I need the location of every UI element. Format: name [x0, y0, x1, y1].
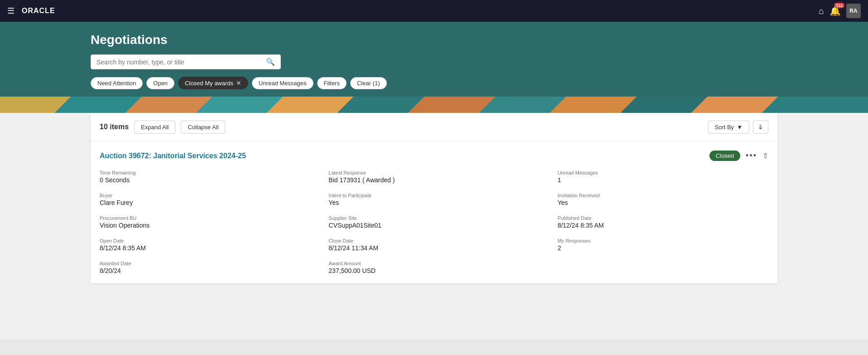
auction-title-link[interactable]: Auction 39672: Janitorial Services 2024-… [100, 152, 246, 160]
auction-actions: Closed ••• ⇧ [709, 151, 768, 161]
home-icon[interactable]: ⌂ [819, 6, 824, 16]
procurement-bu-value: Vision Operations [100, 222, 310, 229]
time-remaining-field: Time Remaining 0 Seconds [100, 170, 310, 184]
notification-count-badge: 212 [834, 3, 844, 8]
download-icon: ⇓ [758, 123, 763, 131]
search-icon[interactable]: 🔍 [266, 58, 275, 66]
supplier-site-value: CVSuppA01Site01 [328, 222, 539, 229]
main-content: 10 items Expand All Collapse All Sort By… [0, 113, 868, 340]
notification-bell-icon[interactable]: 🔔 212 [829, 5, 841, 16]
sort-chevron-icon: ▼ [737, 124, 743, 131]
open-date-label: Open Date [100, 238, 310, 243]
published-date-label: Published Date [558, 215, 768, 221]
my-responses-label: My Responses [558, 238, 768, 243]
my-responses-col3: My Responses 2 [558, 238, 768, 252]
content-header-right: Sort By ▼ ⇓ [708, 120, 769, 134]
supplier-site-col2: Supplier Site CVSuppA01Site01 [328, 215, 539, 229]
unread-messages-field: Unread Messages 1 [558, 170, 768, 184]
more-menu-icon[interactable]: ••• [746, 151, 757, 160]
need-attention-filter-button[interactable]: Need Attention [91, 77, 143, 89]
filters-button[interactable]: Filters [317, 77, 347, 89]
open-date-col1: Open Date 8/12/24 8:35 AM [100, 238, 310, 252]
awarded-date-field: Awarded Date 8/20/24 [100, 261, 310, 274]
award-amount-col2: Award Amount 237,500.00 USD [328, 261, 539, 274]
intent-to-participate-label: Intent to Participate [328, 193, 539, 198]
invitation-received-label: Invitation Received [558, 193, 768, 198]
detail-fields-col1: Time Remaining 0 Seconds [100, 170, 310, 184]
empty-col3 [558, 261, 768, 274]
hamburger-icon[interactable]: ☰ [7, 6, 14, 16]
expand-all-button[interactable]: Expand All [134, 121, 175, 134]
sort-by-label: Sort By [715, 124, 734, 131]
latest-response-label: Latest Response [328, 170, 539, 175]
award-amount-label: Award Amount [328, 261, 539, 266]
unread-messages-filter-button[interactable]: Unread Messages [252, 77, 313, 89]
sort-by-button[interactable]: Sort By ▼ [708, 121, 750, 134]
closed-my-awards-label: Closed My awards [185, 80, 233, 87]
latest-response-field: Latest Response Bid 173931 ( Awarded ) [328, 170, 539, 184]
buyer-label: Buyer [100, 193, 310, 198]
status-badge: Closed [709, 151, 740, 161]
my-responses-value: 2 [558, 244, 768, 252]
open-date-value: 8/12/24 8:35 AM [100, 244, 310, 252]
filter-row: Need Attention Open Closed My awards ✕ U… [91, 77, 777, 97]
closed-my-awards-filter-button[interactable]: Closed My awards ✕ [178, 77, 248, 89]
invitation-received-field: Invitation Received Yes [558, 193, 768, 206]
close-date-field: Close Date 8/12/24 11:34 AM [328, 238, 539, 252]
search-input[interactable] [96, 58, 266, 66]
close-filter-icon[interactable]: ✕ [236, 79, 241, 87]
intent-to-participate-value: Yes [328, 199, 539, 206]
my-responses-field: My Responses 2 [558, 238, 768, 252]
auction-detail-grid: Time Remaining 0 Seconds Latest Response… [100, 170, 768, 274]
latest-response-value: Bid 173931 ( Awarded ) [328, 176, 539, 184]
download-button[interactable]: ⇓ [753, 120, 768, 134]
awarded-date-label: Awarded Date [100, 261, 310, 266]
header-content: Negotiations 🔍 Need Attention Open Close… [0, 33, 868, 97]
unread-messages-value: 1 [558, 176, 768, 184]
buyer-field: Buyer Clare Furey [100, 193, 310, 206]
close-date-label: Close Date [328, 238, 539, 243]
intent-field-col2: Intent to Participate Yes [328, 193, 539, 206]
intent-to-participate-field: Intent to Participate Yes [328, 193, 539, 206]
collapse-auction-icon[interactable]: ⇧ [762, 151, 768, 160]
published-date-field: Published Date 8/12/24 8:35 AM [558, 215, 768, 229]
banner-pattern [0, 97, 868, 113]
published-date-value: 8/12/24 8:35 AM [558, 222, 768, 229]
content-header: 10 items Expand All Collapse All Sort By… [91, 113, 777, 141]
awarded-date-col1: Awarded Date 8/20/24 [100, 261, 310, 274]
awarded-date-value: 8/20/24 [100, 267, 310, 274]
search-bar: 🔍 [91, 54, 281, 69]
auction-item: Auction 39672: Janitorial Services 2024-… [91, 141, 777, 283]
nav-right: ⌂ 🔔 212 RA [819, 4, 861, 18]
time-remaining-label: Time Remaining [100, 170, 310, 175]
clear-button[interactable]: Clear (1) [350, 77, 387, 89]
nav-left: ☰ ORACLE [7, 6, 55, 16]
supplier-site-field: Supplier Site CVSuppA01Site01 [328, 215, 539, 229]
auction-item-header: Auction 39672: Janitorial Services 2024-… [100, 151, 768, 161]
published-date-col3: Published Date 8/12/24 8:35 AM [558, 215, 768, 229]
buyer-value: Clare Furey [100, 199, 310, 206]
header-banner: Negotiations 🔍 Need Attention Open Close… [0, 22, 868, 113]
content-header-left: 10 items Expand All Collapse All [100, 121, 225, 134]
award-amount-field: Award Amount 237,500.00 USD [328, 261, 539, 274]
buyer-field-col1: Buyer Clare Furey [100, 193, 310, 206]
collapse-all-button[interactable]: Collapse All [181, 121, 225, 134]
time-remaining-value: 0 Seconds [100, 176, 310, 184]
procurement-bu-label: Procurement BU [100, 215, 310, 221]
supplier-site-label: Supplier Site [328, 215, 539, 221]
close-date-value: 8/12/24 11:34 AM [328, 244, 539, 252]
items-count: 10 items [100, 123, 129, 131]
avatar[interactable]: RA [846, 4, 861, 18]
content-card: 10 items Expand All Collapse All Sort By… [91, 113, 777, 283]
detail-fields-col3-row1: Unread Messages 1 [558, 170, 768, 184]
top-navigation: ☰ ORACLE ⌂ 🔔 212 RA [0, 0, 868, 22]
detail-fields-col2-row1: Latest Response Bid 173931 ( Awarded ) [328, 170, 539, 184]
page-title: Negotiations [91, 33, 777, 47]
invitation-received-value: Yes [558, 199, 768, 206]
open-date-field: Open Date 8/12/24 8:35 AM [100, 238, 310, 252]
procurement-bu-col1: Procurement BU Vision Operations [100, 215, 310, 229]
invitation-field-col3: Invitation Received Yes [558, 193, 768, 206]
open-filter-button[interactable]: Open [146, 77, 174, 89]
oracle-logo: ORACLE [22, 7, 55, 15]
close-date-col2: Close Date 8/12/24 11:34 AM [328, 238, 539, 252]
